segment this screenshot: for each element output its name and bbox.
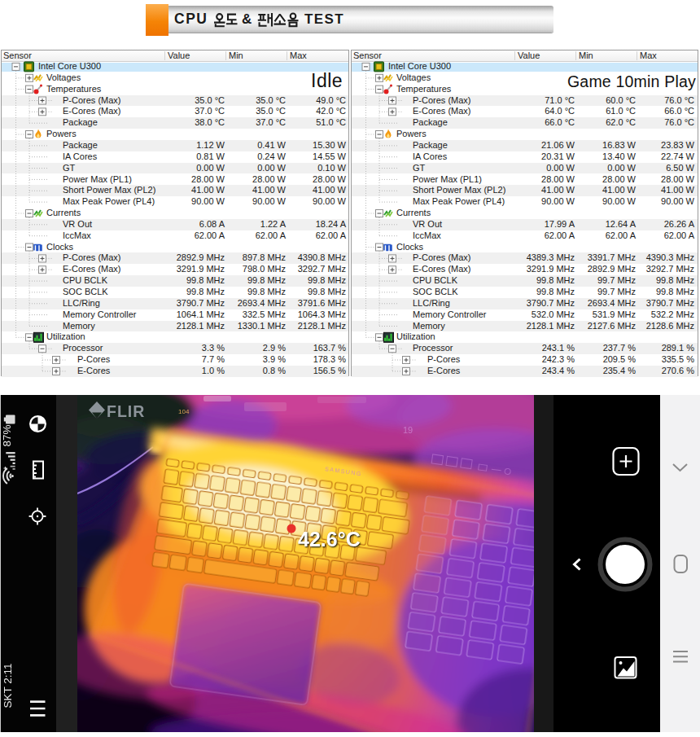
svg-text:FLIR: FLIR <box>107 402 145 420</box>
svg-text:SKT 2:11: SKT 2:11 <box>2 663 14 708</box>
svg-text:87%: 87% <box>1 424 13 446</box>
svg-text:42.6°C: 42.6°C <box>298 528 361 551</box>
svg-text:104: 104 <box>178 408 190 415</box>
svg-text:19: 19 <box>403 425 413 435</box>
